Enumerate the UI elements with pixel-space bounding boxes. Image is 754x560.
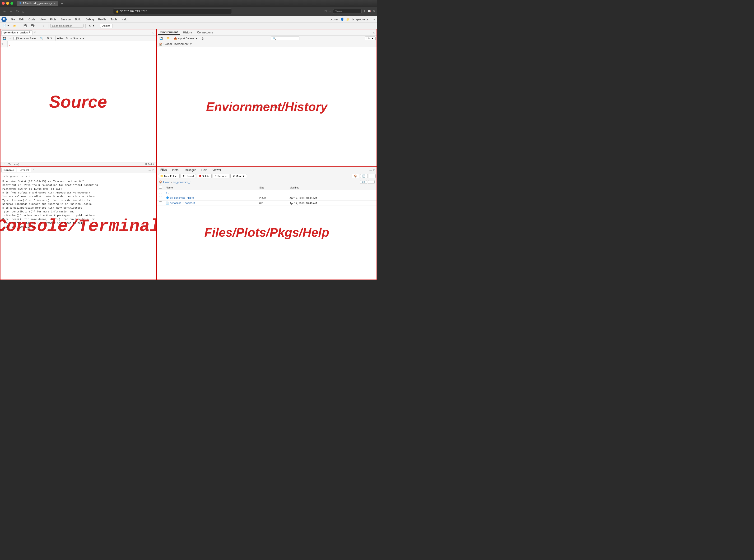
new-script-btn[interactable]: 📄 ▼ xyxy=(1,24,11,28)
files-home-btn[interactable]: 🏠 xyxy=(352,174,359,178)
maximize-source-btn[interactable]: □ xyxy=(152,31,155,34)
menu-file[interactable]: File xyxy=(8,17,17,22)
refresh-button[interactable]: ↻ xyxy=(15,9,20,14)
home-button[interactable]: ⌂ xyxy=(21,9,25,14)
delete-btn[interactable]: ✖ Delete xyxy=(197,174,212,178)
new-tab-button[interactable]: + xyxy=(59,0,65,6)
rproj-icon: 🔷 xyxy=(166,196,169,199)
new-folder-btn[interactable]: 📁 New Folder xyxy=(158,174,180,178)
minimize-button[interactable] xyxy=(6,2,9,5)
maximize-files-btn[interactable]: □ xyxy=(373,168,375,172)
re-run-btn[interactable]: ⟳ xyxy=(64,36,70,40)
files-sync-btn[interactable]: 🔄 xyxy=(360,174,368,178)
rename-btn[interactable]: ✏ Rename xyxy=(213,174,230,178)
run-button[interactable]: ▶ Run xyxy=(57,37,64,40)
minimize-console-btn[interactable]: — xyxy=(148,168,152,172)
list-view-btn[interactable]: List ▼ xyxy=(365,37,375,40)
files-tab[interactable]: Files xyxy=(158,167,169,172)
menu-tools[interactable]: Tools xyxy=(109,17,119,22)
files-more-btn[interactable]: ⋮ xyxy=(369,174,375,178)
menu-edit[interactable]: Edit xyxy=(17,17,26,22)
code-tools-source-btn[interactable]: ⚙ ▼ xyxy=(45,36,54,40)
source-on-save-checkbox[interactable] xyxy=(14,37,17,40)
packages-tab[interactable]: Packages xyxy=(181,168,198,172)
goto-input[interactable] xyxy=(50,24,83,28)
env-search-input[interactable] xyxy=(271,37,299,40)
minimize-files-btn[interactable]: — xyxy=(369,168,372,172)
download-icon[interactable]: ⬇ xyxy=(364,10,366,13)
source-tab[interactable]: genomics_r_basics.R xyxy=(1,31,33,35)
row1-name[interactable]: 🔷 dc_genomics_r.Rproj xyxy=(164,195,257,201)
row0-checkbox[interactable] xyxy=(159,191,162,194)
menu-debug[interactable]: Debug xyxy=(84,17,96,22)
console-line-0: R version 3.4.4 (2018-03-15) -- "Someone… xyxy=(2,179,154,183)
row0-name[interactable]: ↑ .. xyxy=(164,190,257,195)
print-btn[interactable]: 🖨 xyxy=(41,24,46,28)
env-open-btn[interactable]: 📂 xyxy=(165,36,171,40)
maximize-button[interactable] xyxy=(11,2,13,5)
browser-tab[interactable]: R RStudio - dc_genomics_r ✕ xyxy=(17,1,58,6)
save-btn[interactable]: 💾 xyxy=(22,24,28,28)
source-button[interactable]: → Source ▼ xyxy=(70,37,84,40)
back-button[interactable]: ← xyxy=(2,9,7,14)
address-bar[interactable]: 🔒 34.207.167.219:8787 xyxy=(113,8,232,14)
search-input[interactable] xyxy=(333,9,362,14)
files-options-btn[interactable]: ⋮ xyxy=(368,180,375,184)
star-icon[interactable]: ☆ xyxy=(329,10,331,13)
upload-icon: ⬆ xyxy=(183,175,185,178)
refresh-files-btn[interactable]: 🔄 xyxy=(360,180,367,184)
minimize-source-btn[interactable]: — xyxy=(148,31,152,34)
extensions-icon[interactable]: ⋯ xyxy=(320,10,323,13)
more-btn[interactable]: ⚙ More ▼ xyxy=(230,174,247,178)
clear-env-btn[interactable]: 🗑 xyxy=(200,37,206,40)
terminal-tab-close[interactable]: ✕ xyxy=(33,168,34,171)
menu-profile[interactable]: Profile xyxy=(96,17,108,22)
save-all-btn[interactable]: 💾+ xyxy=(29,24,37,28)
code-tools-btn[interactable]: ⚙ ▼ xyxy=(88,24,96,28)
menu-view[interactable]: View xyxy=(38,17,48,22)
menu-help[interactable]: Help xyxy=(120,17,129,22)
console-content[interactable]: ~/dc_genomics_r/ ⚙ R version 3.4.4 (2018… xyxy=(0,173,156,280)
source-tab-close[interactable]: ✕ xyxy=(34,31,36,34)
viewer-tab[interactable]: Viewer xyxy=(210,168,223,172)
select-all-checkbox[interactable] xyxy=(159,186,162,189)
plots-tab[interactable]: Plots xyxy=(170,168,181,172)
history-tab[interactable]: History xyxy=(180,31,194,35)
addins-button[interactable]: Addins xyxy=(100,24,113,28)
settings-icon[interactable]: ⚙ xyxy=(373,10,375,13)
forward-button[interactable]: → xyxy=(8,9,14,14)
row2-checkbox[interactable] xyxy=(159,201,162,204)
maximize-console-btn[interactable]: □ xyxy=(152,168,155,172)
source-undo-btn[interactable]: ↩ xyxy=(8,36,13,40)
environment-tab[interactable]: Environment xyxy=(158,30,180,35)
menu-build[interactable]: Build xyxy=(73,17,83,22)
cursor-position: 1:1 xyxy=(2,163,6,166)
menu-code[interactable]: Code xyxy=(26,17,37,22)
open-btn[interactable]: 📂 xyxy=(12,24,18,28)
menu-session[interactable]: Session xyxy=(59,17,73,22)
row2-name[interactable]: 📄 genomics_r_basics.R xyxy=(164,201,257,206)
project-dropdown[interactable]: ▼ xyxy=(373,18,375,21)
upload-btn[interactable]: ⬆ Upload xyxy=(180,174,196,178)
menu-plots[interactable]: Plots xyxy=(48,17,58,22)
source-content[interactable]: 1 } Source xyxy=(0,41,156,162)
import-dataset-btn[interactable]: 📥 Import Dataset ▼ xyxy=(172,36,199,40)
env-dropdown-icon[interactable]: ▼ xyxy=(189,42,192,46)
source-save-btn[interactable]: 💾 xyxy=(1,36,7,40)
minimize-env-btn[interactable]: — xyxy=(369,31,372,34)
help-tab[interactable]: Help xyxy=(199,168,210,172)
console-tab[interactable]: Console xyxy=(1,168,16,172)
terminal-tab[interactable]: Terminal xyxy=(17,168,31,172)
breadcrumb-project-link[interactable]: dc_genomics_r xyxy=(173,181,191,183)
maximize-env-btn[interactable]: □ xyxy=(373,31,375,34)
close-button[interactable] xyxy=(2,2,5,5)
tab-close-icon[interactable]: ✕ xyxy=(53,2,55,5)
breadcrumb-home-link[interactable]: Home xyxy=(163,181,170,183)
connections-tab[interactable]: Connections xyxy=(195,31,215,35)
row1-checkbox[interactable] xyxy=(159,196,162,199)
address-text: 34.207.167.219:8787 xyxy=(120,10,147,13)
reading-mode-icon[interactable]: 📖 xyxy=(368,10,371,13)
find-btn[interactable]: 🔍 xyxy=(39,36,45,40)
bookmark-icon[interactable]: 🛡 xyxy=(324,10,327,13)
env-save-btn[interactable]: 💾 xyxy=(158,36,164,40)
